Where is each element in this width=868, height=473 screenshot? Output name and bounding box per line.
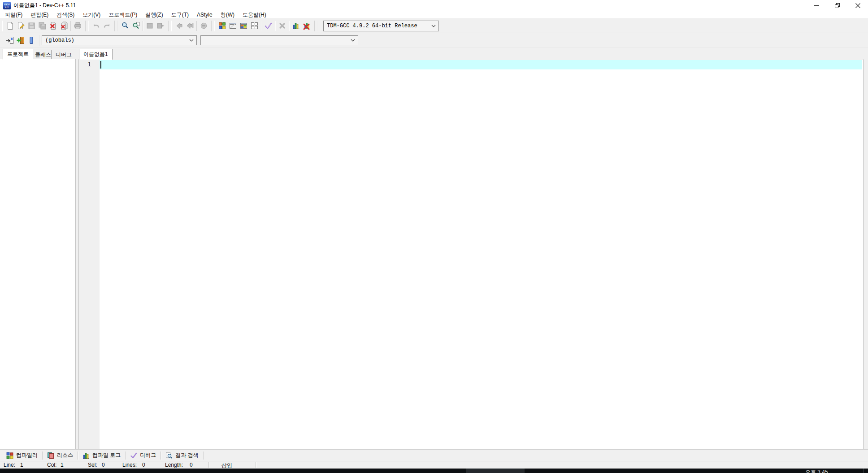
line-number: 1 — [79, 60, 100, 69]
print-button[interactable] — [72, 21, 83, 31]
resources-tab-icon — [47, 452, 54, 459]
toolbar-band-separator — [168, 21, 169, 31]
bottom-tab-compile-log-label: 컴파일 로그 — [92, 452, 121, 459]
status-line: Line: 1 — [4, 462, 23, 468]
compiler-select-value: TDM-GCC 4.9.2 64-bit Release — [327, 23, 417, 29]
editor-gutter: 1 — [79, 60, 100, 449]
syntax-check-button[interactable] — [263, 21, 273, 31]
globals-select[interactable]: (globals) — [42, 35, 197, 45]
bottom-tab-compiler[interactable]: 컴파일러 — [2, 450, 42, 461]
app-icon-text2: C++ — [5, 6, 9, 8]
menu-window[interactable]: 창(W) — [217, 11, 239, 18]
menu-execute[interactable]: 실행(Z) — [141, 11, 167, 18]
add-item-button[interactable] — [15, 35, 26, 46]
minimize-icon — [814, 3, 819, 8]
pause-icon — [200, 22, 208, 30]
profile-delete-button[interactable] — [301, 21, 312, 31]
bottom-tab-separator — [203, 452, 204, 460]
view-grid-button[interactable] — [249, 21, 260, 31]
save-button[interactable] — [26, 21, 37, 31]
toolbar-band-separator — [314, 21, 315, 31]
close-all-files-button[interactable] — [58, 21, 69, 31]
status-col-value: 1 — [61, 462, 64, 468]
side-tab-debug-label: 디버그 — [56, 51, 72, 59]
status-divider — [256, 462, 256, 468]
toolbar-gripper — [214, 21, 214, 31]
menu-help[interactable]: 도움말(H) — [239, 11, 270, 18]
nav-back-icon — [175, 22, 183, 30]
close-all-files-icon — [60, 22, 68, 30]
menu-edit[interactable]: 편집(E) — [26, 11, 52, 18]
status-sel-value: 0 — [102, 462, 105, 468]
show-desktop-divider[interactable] — [863, 469, 864, 473]
taskbar-clock[interactable]: 오후 3:45 — [805, 469, 828, 473]
members-select[interactable] — [200, 35, 358, 45]
menu-astyle[interactable]: AStyle — [193, 11, 217, 18]
profile-icon — [292, 22, 300, 30]
view-window-button[interactable] — [227, 21, 238, 31]
view-grid-icon — [250, 22, 259, 30]
restore-icon — [835, 3, 840, 8]
status-line-label: Line: — [4, 462, 20, 468]
nav-forward-button[interactable] — [184, 21, 195, 31]
new-file-button[interactable] — [4, 21, 15, 31]
bottom-tab-compile-log[interactable]: 컴파일 로그 — [78, 450, 125, 461]
taskbar-app-button[interactable] — [466, 469, 525, 473]
abort-button[interactable] — [277, 21, 287, 31]
minimize-button[interactable] — [806, 0, 827, 11]
redo-button[interactable] — [101, 21, 112, 31]
side-tab-classes-label: 클래스 — [35, 51, 51, 59]
profile-button[interactable] — [291, 21, 301, 31]
devcpp-window: DEV C++ 이름없음1 - Dev-C++ 5.11 파일(F) 편집(E)… — [0, 0, 868, 473]
door-arrow-icon — [5, 36, 14, 45]
undo-button[interactable] — [91, 21, 101, 31]
toolbar-separator — [143, 21, 143, 31]
editor-tab-label: 이름없음1 — [83, 51, 108, 58]
compiler-select[interactable]: TDM-GCC 4.9.2 64-bit Release — [323, 21, 439, 31]
close-file-icon — [49, 22, 57, 30]
close-file-button[interactable] — [48, 21, 58, 31]
replace-button[interactable] — [130, 21, 141, 31]
nav-back-button[interactable] — [174, 21, 184, 31]
menu-view[interactable]: 보기(V) — [78, 11, 104, 18]
side-tab-project-label: 프로젝트 — [7, 51, 29, 58]
save-all-button[interactable] — [37, 21, 48, 31]
menu-search[interactable]: 검색(S) — [52, 11, 78, 18]
blue-bar-icon — [27, 36, 36, 45]
menu-tools[interactable]: 도구(T) — [167, 11, 193, 18]
close-button[interactable] — [847, 0, 868, 11]
pause-button[interactable] — [198, 21, 209, 31]
bottom-tab-resources[interactable]: 리소스 — [43, 450, 78, 461]
window-controls — [806, 0, 868, 11]
menu-project[interactable]: 프로젝트(P) — [104, 11, 141, 18]
open-file-button[interactable] — [15, 21, 26, 31]
goto-declaration-button[interactable] — [4, 35, 15, 46]
compile-button[interactable] — [144, 21, 155, 31]
status-length: Length: 0 — [165, 462, 193, 468]
side-tab-debug[interactable]: 디버그 — [51, 50, 76, 59]
run-button[interactable] — [155, 21, 166, 31]
search-results-tab-icon — [165, 452, 173, 459]
bottom-tab-debug-label: 디버그 — [140, 452, 156, 459]
view-blocks-button[interactable] — [217, 21, 227, 31]
app-icon: DEV C++ — [3, 2, 11, 9]
find-button[interactable] — [120, 21, 130, 31]
bottom-tab-debug[interactable]: 디버그 — [126, 450, 161, 461]
insert-button[interactable] — [26, 35, 37, 46]
menu-file[interactable]: 파일(F) — [1, 11, 26, 18]
project-panel[interactable] — [0, 59, 76, 449]
abort-icon — [278, 22, 286, 30]
editor-tab-untitled1[interactable]: 이름없음1 — [79, 49, 113, 60]
code-editor[interactable]: 1 — [78, 59, 864, 449]
current-line-highlight — [100, 60, 862, 69]
restore-button[interactable] — [827, 0, 847, 11]
status-lines-value: 0 — [142, 462, 145, 468]
run-icon — [156, 22, 165, 30]
status-lines: Lines: 0 — [122, 462, 145, 468]
side-tab-project[interactable]: 프로젝트 — [3, 49, 33, 60]
debug-tab-icon — [130, 452, 137, 459]
status-sel-label: Sel: — [88, 462, 102, 468]
view-window-colored-button[interactable] — [238, 21, 249, 31]
bottom-tab-search-results[interactable]: 결과 검색 — [161, 450, 203, 461]
replace-icon — [132, 22, 140, 30]
